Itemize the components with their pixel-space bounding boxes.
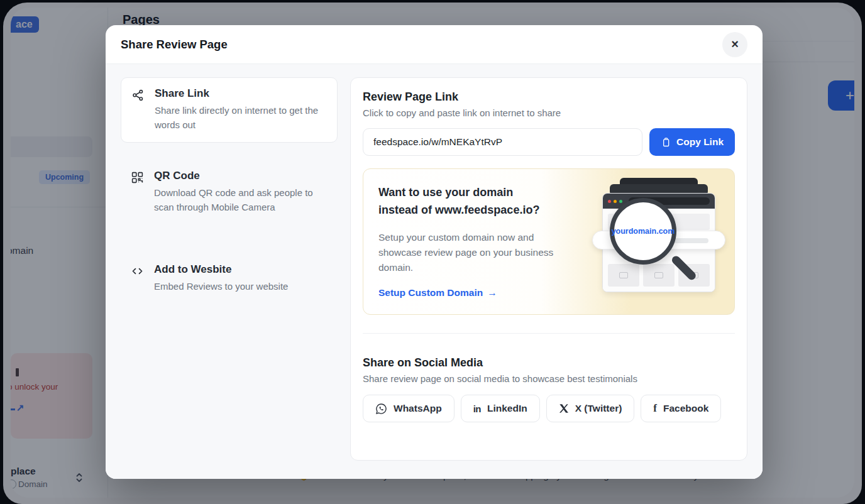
nav-item-description: Download QR code and ask people to scan … [154, 185, 328, 215]
facebook-button[interactable]: f Facebook [641, 395, 721, 422]
image-placeholder-icon [608, 264, 639, 287]
review-link-row: Copy Link [363, 128, 735, 156]
traffic-dot-green [619, 200, 622, 203]
nav-item-title: Share Link [155, 87, 327, 100]
share-link-panel: Review Page Link Click to copy and paste… [350, 77, 747, 461]
image-placeholder-icon [643, 264, 675, 287]
social-subtitle: Share review page on social media to sho… [363, 373, 735, 384]
close-icon: × [731, 37, 739, 52]
x-twitter-button[interactable]: X (Twitter) [546, 395, 635, 422]
domain-illustration: yourdomain.com [602, 175, 715, 304]
modal-body: Share Link Share link directly on intern… [106, 64, 763, 479]
traffic-dot-red [608, 200, 611, 203]
custom-domain-text: Want to use your domain instead of www.f… [378, 184, 572, 299]
custom-domain-description: Setup your custom domain now and showcas… [378, 230, 572, 275]
modal-header: Share Review Page × [106, 25, 763, 64]
whatsapp-button[interactable]: WhatsApp [363, 395, 455, 422]
social-title: Share on Social Media [363, 356, 735, 370]
review-link-input[interactable] [363, 128, 642, 156]
facebook-icon: f [653, 402, 657, 415]
linkedin-button[interactable]: in LinkedIn [461, 395, 540, 422]
setup-custom-domain-link[interactable]: Setup Custom Domain → [378, 287, 497, 299]
arrow-right-icon: → [487, 287, 497, 299]
nav-item-add-to-website[interactable]: Add to Wesbite Embed Reviews to your web… [121, 254, 338, 303]
magnifier-lens: yourdomain.com [610, 198, 676, 265]
copy-link-button[interactable]: Copy Link [649, 128, 735, 156]
yourdomain-text: yourdomain.com [612, 227, 675, 236]
qr-code-icon [131, 170, 145, 215]
share-review-page-modal: Share Review Page × Share Link Share lin… [106, 25, 763, 479]
share-options-nav: Share Link Share link directly on intern… [121, 77, 338, 461]
share-nodes-icon [131, 87, 145, 133]
nav-item-title: QR Code [154, 170, 328, 182]
x-twitter-icon [559, 403, 569, 414]
social-section: Share on Social Media Share review page … [363, 356, 735, 422]
social-buttons: WhatsApp in LinkedIn X (Twitter) [363, 395, 735, 422]
nav-item-description: Embed Reviews to your website [154, 279, 288, 293]
custom-domain-title: Want to use your domain instead of www.f… [378, 184, 572, 219]
code-icon [131, 263, 145, 293]
review-link-title: Review Page Link [363, 90, 735, 104]
nav-item-title: Add to Wesbite [154, 263, 288, 276]
pill-text-placeholder [673, 238, 708, 243]
nav-item-qr-code[interactable]: QR Code Download QR code and ask people … [121, 160, 338, 224]
traffic-dot-yellow [614, 200, 617, 203]
screen: ace Pages Upcoming omain o unlock your ↗… [0, 0, 865, 504]
nav-item-share-link[interactable]: Share Link Share link directly on intern… [121, 77, 338, 143]
review-link-subtitle: Click to copy and paste link on internet… [363, 107, 735, 118]
whatsapp-icon [375, 403, 387, 415]
custom-domain-card: Want to use your domain instead of www.f… [363, 168, 735, 315]
linkedin-icon: in [473, 403, 481, 414]
modal-title: Share Review Page [121, 38, 228, 52]
close-button[interactable]: × [722, 32, 747, 57]
nav-item-description: Share link directly on internet to get t… [155, 103, 327, 133]
clipboard-icon [661, 137, 671, 148]
section-divider [363, 333, 735, 334]
